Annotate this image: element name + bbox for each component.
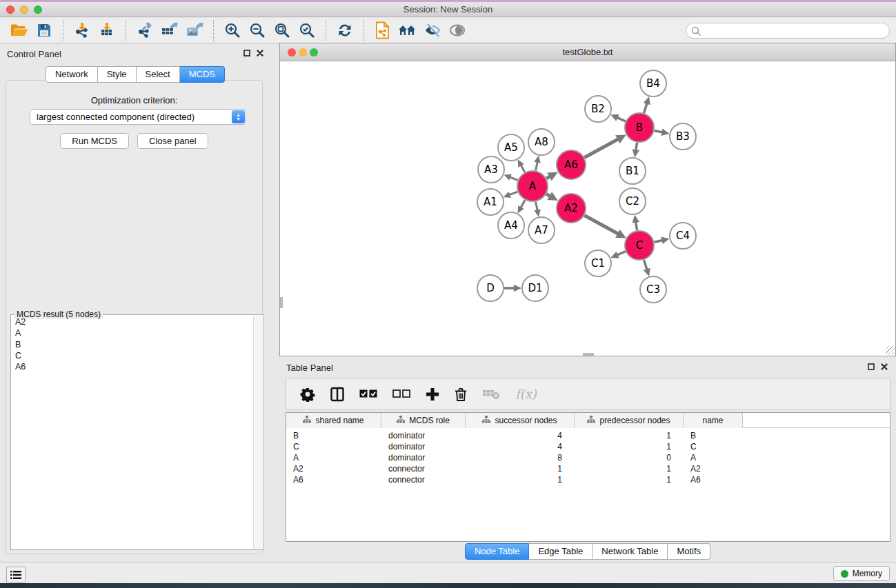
node-C[interactable]: C (625, 231, 654, 260)
node-A1[interactable]: A1 (477, 189, 504, 215)
column-header-predecessor-nodes[interactable]: predecessor nodes (575, 413, 684, 428)
node-A6[interactable]: A6 (557, 150, 586, 179)
cell-shared-name[interactable]: A2 (286, 463, 381, 474)
edge-A-A4[interactable] (518, 200, 525, 213)
new-network-file-icon[interactable] (370, 19, 395, 41)
edge-C-C3[interactable] (644, 260, 650, 276)
cell-predecessor-nodes[interactable]: 1 (575, 441, 684, 452)
edge-A2-C[interactable] (584, 216, 626, 239)
node-C3[interactable]: C3 (640, 276, 666, 303)
tab-edge-table[interactable]: Edge Table (529, 543, 593, 560)
tab-mcds[interactable]: MCDS (180, 66, 225, 83)
gear-icon[interactable] (300, 387, 315, 402)
hide-graphics-icon[interactable] (420, 19, 445, 41)
import-network-icon[interactable] (70, 19, 94, 41)
tab-node-table[interactable]: Node Table (465, 543, 530, 560)
node-D[interactable]: D (477, 275, 504, 301)
result-item[interactable]: A2 (12, 316, 252, 327)
select-all-icon[interactable] (359, 389, 377, 398)
float-panel-icon[interactable] (243, 50, 250, 57)
node-B[interactable]: B (625, 113, 654, 142)
home-icon[interactable] (395, 19, 420, 41)
edge-A-A2[interactable] (546, 192, 558, 201)
zoom-selected-icon[interactable] (295, 19, 319, 41)
table-row[interactable]: A2connector11A2 (286, 463, 890, 474)
task-history-button[interactable] (6, 567, 26, 582)
open-file-icon[interactable] (7, 19, 32, 41)
cell-name[interactable]: A2 (684, 463, 743, 474)
column-header-successor-nodes[interactable]: successor nodes (466, 413, 575, 428)
run-mcds-button[interactable]: Run MCDS (60, 133, 129, 149)
cell-predecessor-nodes[interactable]: 0 (575, 452, 684, 463)
add-column-icon[interactable] (426, 387, 439, 401)
column-header-mcds-role[interactable]: MCDS role (381, 413, 466, 428)
export-network-icon[interactable] (132, 19, 157, 41)
edge-B-B2[interactable] (610, 114, 626, 121)
table-row[interactable]: Cdominator41C (286, 441, 890, 452)
search-field[interactable] (686, 23, 890, 39)
node-A7[interactable]: A7 (528, 217, 555, 243)
save-session-icon[interactable] (32, 19, 57, 41)
table-row[interactable]: A6connector11A6 (286, 474, 890, 485)
edge-A-A6[interactable] (546, 172, 558, 181)
tab-style[interactable]: Style (98, 66, 137, 83)
network-graph[interactable]: B4B2BB3A5A8A6B1A3AC2A1A2A4A7C4CC1C3DD1 (280, 61, 895, 356)
export-table-icon[interactable] (157, 19, 182, 41)
edge-C-C1[interactable] (610, 252, 625, 258)
result-item[interactable]: A6 (12, 361, 252, 372)
edge-A-A3[interactable] (504, 174, 518, 181)
cell-mcds-role[interactable]: connector (381, 474, 466, 485)
node-A8[interactable]: A8 (528, 129, 555, 155)
edge-D-D1[interactable] (504, 285, 521, 292)
result-item[interactable]: B (12, 339, 252, 350)
cell-shared-name[interactable]: A6 (286, 474, 381, 485)
node-B1[interactable]: B1 (619, 158, 646, 184)
delete-column-icon[interactable] (455, 387, 467, 402)
columns-icon[interactable] (330, 387, 344, 402)
cell-name[interactable]: C (684, 441, 743, 452)
result-scrollbar[interactable] (253, 316, 263, 549)
edge-A-A8[interactable] (534, 156, 541, 171)
zoom-out-icon[interactable] (245, 19, 270, 41)
float-table-panel-icon[interactable] (868, 363, 875, 370)
node-A2[interactable]: A2 (557, 194, 586, 223)
tab-select[interactable]: Select (137, 66, 180, 83)
result-item[interactable]: A (12, 327, 252, 338)
edge-C-C4[interactable] (654, 237, 669, 244)
tab-network-table[interactable]: Network Table (593, 543, 668, 560)
show-graphics-icon[interactable] (445, 19, 470, 41)
edge-A-A5[interactable] (518, 159, 525, 172)
import-table-icon[interactable] (94, 19, 119, 41)
cell-successor-nodes[interactable]: 4 (466, 441, 575, 452)
node-A3[interactable]: A3 (478, 156, 504, 183)
cell-shared-name[interactable]: C (286, 441, 381, 452)
edge-B-B4[interactable] (644, 97, 650, 113)
node-D1[interactable]: D1 (522, 275, 548, 301)
close-panel-button[interactable]: Close panel (137, 133, 208, 149)
apply-layout-icon[interactable] (332, 19, 357, 41)
cell-mcds-role[interactable]: dominator (381, 430, 466, 441)
tab-network[interactable]: Network (46, 66, 98, 83)
edge-A-A7[interactable] (534, 202, 541, 217)
node-A[interactable]: A (517, 171, 548, 201)
node-C2[interactable]: C2 (619, 188, 646, 214)
close-panel-icon[interactable] (257, 50, 263, 57)
node-A5[interactable]: A5 (498, 134, 524, 161)
vertical-scroll-nub[interactable] (280, 297, 283, 308)
resize-grip[interactable] (886, 346, 895, 355)
cell-successor-nodes[interactable]: 1 (466, 463, 575, 474)
cell-name[interactable]: A (684, 452, 743, 463)
edge-B-B3[interactable] (655, 128, 670, 135)
export-image-icon[interactable] (182, 19, 207, 41)
node-B3[interactable]: B3 (670, 123, 696, 150)
table-row[interactable]: Bdominator41B (286, 430, 890, 441)
cell-mcds-role[interactable]: dominator (381, 452, 466, 463)
cell-predecessor-nodes[interactable]: 1 (575, 463, 684, 474)
cell-predecessor-nodes[interactable]: 1 (575, 430, 684, 441)
unselect-all-icon[interactable] (392, 389, 410, 398)
result-item[interactable]: C (12, 350, 252, 361)
cell-shared-name[interactable]: A (286, 452, 381, 463)
cell-successor-nodes[interactable]: 1 (466, 474, 575, 485)
function-builder-icon[interactable]: f(x) (515, 387, 537, 401)
edge-A6-B[interactable] (584, 135, 626, 158)
